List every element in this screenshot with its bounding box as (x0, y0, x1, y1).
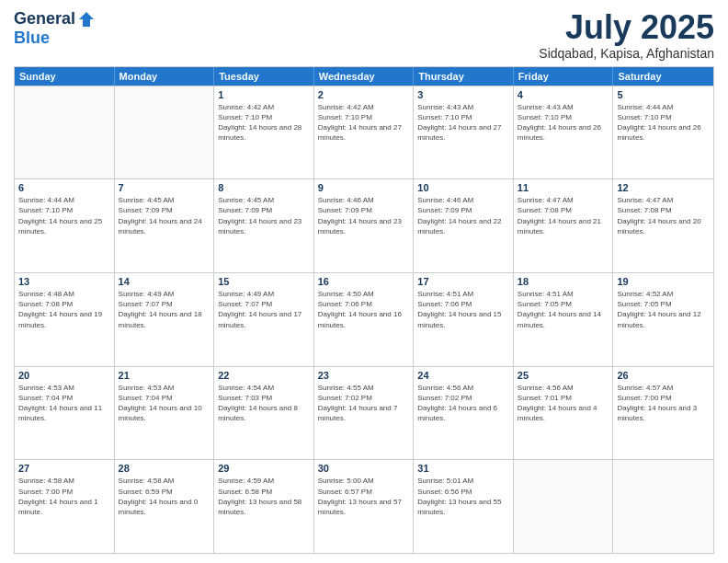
cal-cell-28: 28Sunrise: 4:58 AMSunset: 6:59 PMDayligh… (115, 460, 215, 553)
cal-cell-empty (115, 86, 215, 179)
day-number: 7 (119, 182, 210, 193)
cal-cell-22: 22Sunrise: 4:54 AMSunset: 7:03 PMDayligh… (214, 367, 314, 460)
cell-info: Sunrise: 4:43 AMSunset: 7:10 PMDaylight:… (518, 102, 609, 144)
cell-info: Sunrise: 4:42 AMSunset: 7:10 PMDaylight:… (218, 102, 310, 144)
title-block: July 2025 Sidqabad, Kapisa, Afghanistan (539, 9, 714, 61)
day-number: 11 (518, 182, 609, 193)
cell-info: Sunrise: 4:51 AMSunset: 7:05 PMDaylight:… (518, 289, 609, 330)
day-number: 5 (617, 89, 710, 100)
day-number: 8 (218, 182, 310, 193)
day-number: 18 (518, 276, 609, 287)
cell-info: Sunrise: 4:59 AMSunset: 6:58 PMDaylight:… (218, 476, 310, 517)
day-number: 23 (318, 370, 410, 381)
day-number: 25 (518, 370, 609, 381)
cell-info: Sunrise: 4:44 AMSunset: 7:10 PMDaylight:… (617, 102, 710, 144)
calendar-body: 1Sunrise: 4:42 AMSunset: 7:10 PMDaylight… (15, 86, 713, 553)
cell-info: Sunrise: 5:01 AMSunset: 6:56 PMDaylight:… (417, 476, 509, 517)
header-day-monday: Monday (115, 67, 215, 86)
svg-marker-0 (79, 12, 94, 27)
cell-info: Sunrise: 4:42 AMSunset: 7:10 PMDaylight:… (318, 102, 410, 144)
day-number: 2 (318, 89, 410, 100)
cal-cell-7: 7Sunrise: 4:45 AMSunset: 7:09 PMDaylight… (115, 179, 215, 272)
week-row-1: 1Sunrise: 4:42 AMSunset: 7:10 PMDaylight… (15, 86, 713, 179)
cell-info: Sunrise: 4:56 AMSunset: 7:01 PMDaylight:… (518, 383, 609, 424)
header: General Blue July 2025 Sidqabad, Kapisa,… (14, 9, 714, 61)
cell-info: Sunrise: 4:50 AMSunset: 7:06 PMDaylight:… (318, 289, 410, 330)
day-number: 19 (617, 276, 710, 287)
cal-cell-14: 14Sunrise: 4:49 AMSunset: 7:07 PMDayligh… (115, 273, 215, 366)
cal-cell-25: 25Sunrise: 4:56 AMSunset: 7:01 PMDayligh… (514, 367, 614, 460)
cell-info: Sunrise: 4:57 AMSunset: 7:00 PMDaylight:… (617, 383, 710, 424)
day-number: 20 (18, 370, 110, 381)
cal-cell-4: 4Sunrise: 4:43 AMSunset: 7:10 PMDaylight… (514, 86, 614, 179)
subtitle: Sidqabad, Kapisa, Afghanistan (539, 46, 714, 61)
cell-info: Sunrise: 4:54 AMSunset: 7:03 PMDaylight:… (218, 383, 310, 424)
cell-info: Sunrise: 4:48 AMSunset: 7:08 PMDaylight:… (18, 289, 110, 330)
cell-info: Sunrise: 4:45 AMSunset: 7:09 PMDaylight:… (119, 195, 210, 236)
cal-cell-26: 26Sunrise: 4:57 AMSunset: 7:00 PMDayligh… (613, 367, 713, 460)
calendar-header: SundayMondayTuesdayWednesdayThursdayFrid… (15, 67, 713, 86)
cal-cell-16: 16Sunrise: 4:50 AMSunset: 7:06 PMDayligh… (314, 273, 415, 366)
cell-info: Sunrise: 4:51 AMSunset: 7:06 PMDaylight:… (417, 289, 509, 330)
cal-cell-23: 23Sunrise: 4:55 AMSunset: 7:02 PMDayligh… (314, 367, 415, 460)
cal-cell-30: 30Sunrise: 5:00 AMSunset: 6:57 PMDayligh… (314, 460, 415, 553)
logo-text: General (14, 9, 96, 29)
day-number: 26 (617, 370, 710, 381)
cal-cell-18: 18Sunrise: 4:51 AMSunset: 7:05 PMDayligh… (514, 273, 614, 366)
cell-info: Sunrise: 4:47 AMSunset: 7:08 PMDaylight:… (617, 195, 710, 236)
cell-info: Sunrise: 5:00 AMSunset: 6:57 PMDaylight:… (318, 476, 410, 517)
day-number: 28 (119, 463, 210, 474)
cell-info: Sunrise: 4:52 AMSunset: 7:05 PMDaylight:… (617, 289, 710, 330)
day-number: 14 (119, 276, 210, 287)
week-row-5: 27Sunrise: 4:58 AMSunset: 7:00 PMDayligh… (15, 459, 713, 553)
cell-info: Sunrise: 4:53 AMSunset: 7:04 PMDaylight:… (119, 383, 210, 424)
header-day-sunday: Sunday (15, 67, 115, 86)
cal-cell-27: 27Sunrise: 4:58 AMSunset: 7:00 PMDayligh… (15, 460, 115, 553)
cal-cell-13: 13Sunrise: 4:48 AMSunset: 7:08 PMDayligh… (15, 273, 115, 366)
cal-cell-17: 17Sunrise: 4:51 AMSunset: 7:06 PMDayligh… (414, 273, 514, 366)
calendar: SundayMondayTuesdayWednesdayThursdayFrid… (14, 66, 714, 554)
cal-cell-24: 24Sunrise: 4:56 AMSunset: 7:02 PMDayligh… (414, 367, 514, 460)
cal-cell-15: 15Sunrise: 4:49 AMSunset: 7:07 PMDayligh… (214, 273, 314, 366)
cell-info: Sunrise: 4:49 AMSunset: 7:07 PMDaylight:… (119, 289, 210, 330)
cal-cell-6: 6Sunrise: 4:44 AMSunset: 7:10 PMDaylight… (15, 179, 115, 272)
cal-cell-empty (514, 460, 614, 553)
cal-cell-12: 12Sunrise: 4:47 AMSunset: 7:08 PMDayligh… (613, 179, 713, 272)
cell-info: Sunrise: 4:43 AMSunset: 7:10 PMDaylight:… (417, 102, 509, 144)
day-number: 1 (218, 89, 310, 100)
cal-cell-11: 11Sunrise: 4:47 AMSunset: 7:08 PMDayligh… (514, 179, 614, 272)
day-number: 16 (318, 276, 410, 287)
day-number: 31 (417, 463, 509, 474)
cal-cell-21: 21Sunrise: 4:53 AMSunset: 7:04 PMDayligh… (115, 367, 215, 460)
cell-info: Sunrise: 4:44 AMSunset: 7:10 PMDaylight:… (18, 195, 110, 236)
day-number: 17 (417, 276, 509, 287)
cal-cell-empty (613, 460, 713, 553)
cal-cell-31: 31Sunrise: 5:01 AMSunset: 6:56 PMDayligh… (414, 460, 514, 553)
logo: General Blue (14, 9, 96, 48)
cal-cell-1: 1Sunrise: 4:42 AMSunset: 7:10 PMDaylight… (214, 86, 314, 179)
cal-cell-5: 5Sunrise: 4:44 AMSunset: 7:10 PMDaylight… (613, 86, 713, 179)
day-number: 4 (518, 89, 609, 100)
cell-info: Sunrise: 4:56 AMSunset: 7:02 PMDaylight:… (417, 383, 509, 424)
cell-info: Sunrise: 4:45 AMSunset: 7:09 PMDaylight:… (218, 195, 310, 236)
cell-info: Sunrise: 4:49 AMSunset: 7:07 PMDaylight:… (218, 289, 310, 330)
cell-info: Sunrise: 4:55 AMSunset: 7:02 PMDaylight:… (318, 383, 410, 424)
cal-cell-2: 2Sunrise: 4:42 AMSunset: 7:10 PMDaylight… (314, 86, 415, 179)
cal-cell-20: 20Sunrise: 4:53 AMSunset: 7:04 PMDayligh… (15, 367, 115, 460)
day-number: 3 (417, 89, 509, 100)
cell-info: Sunrise: 4:58 AMSunset: 7:00 PMDaylight:… (18, 476, 110, 517)
week-row-2: 6Sunrise: 4:44 AMSunset: 7:10 PMDaylight… (15, 178, 713, 272)
day-number: 21 (119, 370, 210, 381)
header-day-friday: Friday (514, 67, 614, 86)
day-number: 24 (417, 370, 509, 381)
cal-cell-empty (15, 86, 115, 179)
logo-icon (77, 10, 96, 29)
cal-cell-19: 19Sunrise: 4:52 AMSunset: 7:05 PMDayligh… (613, 273, 713, 366)
header-day-saturday: Saturday (613, 67, 713, 86)
header-day-tuesday: Tuesday (214, 67, 314, 86)
week-row-4: 20Sunrise: 4:53 AMSunset: 7:04 PMDayligh… (15, 366, 713, 460)
header-day-thursday: Thursday (414, 67, 514, 86)
cell-info: Sunrise: 4:46 AMSunset: 7:09 PMDaylight:… (318, 195, 410, 236)
week-row-3: 13Sunrise: 4:48 AMSunset: 7:08 PMDayligh… (15, 272, 713, 366)
day-number: 12 (617, 182, 710, 193)
